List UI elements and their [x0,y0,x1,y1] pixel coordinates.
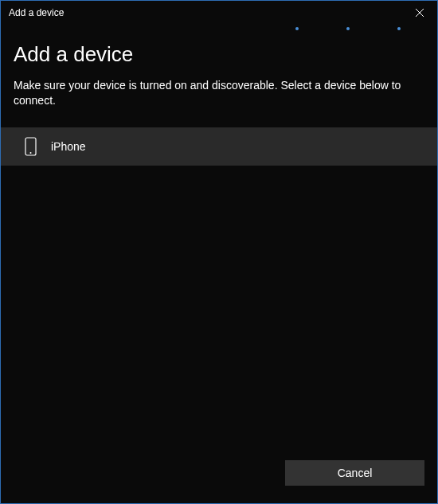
close-button[interactable] [401,1,437,25]
page-title: Add a device [14,42,424,67]
device-item-iphone[interactable]: iPhone [1,127,437,166]
dialog-footer: Cancel [1,460,437,503]
titlebar-title: Add a device [9,7,64,18]
titlebar: Add a device [1,1,437,25]
close-icon [416,6,424,20]
dot-icon [397,27,401,30]
dot-icon [295,27,299,30]
dialog-content: Add a device Make sure your device is tu… [1,31,437,460]
add-device-dialog: Add a device Add a device Make sure your… [0,0,438,504]
svg-point-3 [30,152,32,154]
phone-icon [25,137,37,156]
cancel-button[interactable]: Cancel [285,460,424,486]
cancel-button-label: Cancel [338,467,373,479]
device-name: iPhone [51,140,86,153]
page-description: Make sure your device is turned on and d… [14,78,424,108]
device-list: iPhone [1,127,437,166]
dot-icon [346,27,350,30]
